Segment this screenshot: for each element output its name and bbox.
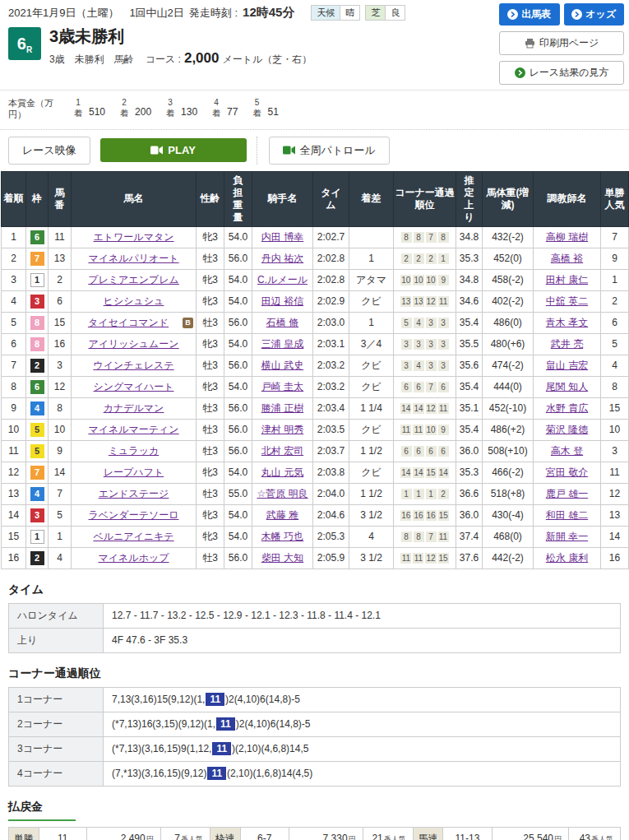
shutsuba-button[interactable]: 出馬表 xyxy=(499,3,560,26)
sex-age: 牝3 xyxy=(197,333,224,355)
body-weight: 474(-2) xyxy=(483,355,534,376)
trainer-link[interactable]: 田村 康仁 xyxy=(546,274,588,285)
result-row: 6 8 16 アイリッシュムーン 牝3 54.0 三浦 皇成 2:03.1 3／… xyxy=(2,333,629,355)
trainer-link[interactable]: 鹿戸 雄一 xyxy=(546,488,588,499)
play-button[interactable]: PLAY xyxy=(100,138,247,162)
col-header-jockey: 騎手名 xyxy=(252,171,313,226)
trainer-link[interactable]: 宮田 敬介 xyxy=(546,466,588,478)
horse-name-link[interactable]: ヒシシュシュ xyxy=(104,295,164,307)
finish-position: 1 xyxy=(2,226,26,248)
trainer-link[interactable]: 菊沢 隆徳 xyxy=(546,424,588,435)
trainer-link[interactable]: 高橋 裕 xyxy=(551,253,583,264)
trainer-link[interactable]: 畠山 吉宏 xyxy=(546,360,588,371)
jockey-link[interactable]: 内田 博幸 xyxy=(261,231,303,243)
trainer-link[interactable]: 武井 亮 xyxy=(551,338,583,350)
horse-name-link[interactable]: カナデルマン xyxy=(104,402,164,414)
trainer-link[interactable]: 松永 康利 xyxy=(546,552,588,564)
horse-number: 8 xyxy=(49,397,72,419)
finish-time: 2:02.8 xyxy=(313,269,349,290)
win-favorite-rank: 6 xyxy=(601,312,629,333)
jockey-link[interactable]: 勝浦 正樹 xyxy=(261,402,303,414)
prize-item: 1着 510 xyxy=(74,97,105,118)
jockey-link[interactable]: 丸山 元気 xyxy=(261,466,303,478)
prize-item: 4着 77 xyxy=(212,97,238,118)
trainer-link[interactable]: 水野 貴広 xyxy=(546,402,588,414)
patrol-button-label: 全周パトロール xyxy=(300,143,376,158)
trainer-link[interactable]: 中舘 英二 xyxy=(546,295,588,307)
finish-position: 14 xyxy=(2,504,26,526)
trainer-link[interactable]: 青木 孝文 xyxy=(546,317,588,328)
odds-button[interactable]: オッズ xyxy=(564,3,625,26)
horse-number: 14 xyxy=(49,462,72,483)
corner-position: 3 xyxy=(438,318,449,328)
result-guide-button[interactable]: レース結果の見方 xyxy=(499,61,624,85)
jockey-link[interactable]: 木幡 巧也 xyxy=(261,531,303,542)
prize-place: 4 xyxy=(214,97,219,108)
trainer-link[interactable]: 尾関 知人 xyxy=(546,381,588,392)
corner-position: 3 xyxy=(401,360,412,371)
horse-name-link[interactable]: マイネルパリオート xyxy=(88,253,178,264)
horse-name-link[interactable]: タイセイコマンド xyxy=(88,317,169,328)
jockey-link[interactable]: 津村 明秀 xyxy=(261,424,303,435)
horse-name-link[interactable]: アイリッシュムーン xyxy=(88,338,178,350)
frame-number-badge: 2 xyxy=(30,551,44,565)
corner2-label: 2コーナー xyxy=(9,712,104,736)
horse-name-link[interactable]: マイネルホップ xyxy=(99,552,169,564)
patrol-button[interactable]: 全周パトロール xyxy=(269,137,390,165)
body-weight: 508(+10) xyxy=(483,440,534,462)
horse-name-link[interactable]: シングマイハート xyxy=(94,381,174,392)
weight-carried: 54.0 xyxy=(224,269,252,290)
jockey-link[interactable]: 石橋 脩 xyxy=(266,317,298,328)
weight-carried: 55.0 xyxy=(224,483,252,504)
print-button[interactable]: 印刷用ページ xyxy=(499,31,624,55)
jockey-link[interactable]: 丹内 祐次 xyxy=(261,253,303,264)
horse-name-link[interactable]: プレミアエンブレム xyxy=(88,274,179,285)
finish-time: 2:03.7 xyxy=(313,440,349,462)
jockey-link[interactable]: 横山 武史 xyxy=(261,360,303,371)
jockey-link[interactable]: 戸崎 圭太 xyxy=(261,381,303,392)
corner-order: 3433 xyxy=(394,355,456,376)
prize-label: 本賞金（万円） xyxy=(8,97,59,121)
finish-time: 2:03.5 xyxy=(313,419,349,440)
finish-position: 11 xyxy=(2,440,26,462)
corner-order-text: )2(4,10)6(14,8)-5 xyxy=(236,718,311,730)
umaren-number: 11-13 xyxy=(443,827,492,840)
horse-name-link[interactable]: ベルニアイニキテ xyxy=(93,531,173,542)
finish-position: 15 xyxy=(2,526,26,547)
horse-name-link[interactable]: マイネルマーティン xyxy=(88,424,178,435)
sex-age: 牝3 xyxy=(197,290,224,312)
jockey-link[interactable]: 田辺 裕信 xyxy=(261,295,303,307)
win-favorite-rank: 13 xyxy=(601,504,629,526)
horse-name-link[interactable]: レープハフト xyxy=(104,466,164,478)
jockey-link[interactable]: 柴田 大知 xyxy=(261,552,303,564)
jockey-link[interactable]: ☆菅原 明良 xyxy=(257,488,308,499)
trainer-link[interactable]: 高柳 瑞樹 xyxy=(546,231,588,243)
horse-name-link[interactable]: エンドステージ xyxy=(99,488,169,499)
horse-name-link[interactable]: ミュラッカ xyxy=(109,445,159,457)
video-button-row: レース映像 PLAY 全周パトロール xyxy=(0,130,629,171)
jockey-link[interactable]: 北村 宏司 xyxy=(261,445,303,457)
weight-carried: 54.0 xyxy=(224,376,252,397)
col-header-finish: 着順 xyxy=(2,171,26,226)
sex-age: 牝3 xyxy=(197,269,224,290)
horse-name-link[interactable]: ラベンダーテソーロ xyxy=(89,509,179,521)
corner-order: 6676 xyxy=(394,376,456,397)
horse-name-link[interactable]: エトワールマタン xyxy=(94,231,174,243)
race-video-button[interactable]: レース映像 xyxy=(8,137,90,165)
horse-name-link[interactable]: ウインチェレステ xyxy=(93,360,173,371)
margin: 1 xyxy=(349,248,394,269)
corner-position: 14 xyxy=(400,467,411,478)
result-row: 4 3 6 ヒシシュシュ 牝3 54.0 田辺 裕信 2:02.9 クビ 131… xyxy=(2,290,629,312)
jockey-link[interactable]: C.ルメール xyxy=(257,274,308,285)
trainer-link[interactable]: 新開 幸一 xyxy=(546,531,588,542)
margin: 4 xyxy=(349,526,394,547)
trainer-link[interactable]: 高木 登 xyxy=(551,445,583,457)
jockey-link[interactable]: 武藤 雅 xyxy=(266,509,298,521)
corner-order-text: )(2,10)(4,6,8)14,5 xyxy=(232,743,308,754)
body-weight: 486(0) xyxy=(483,312,534,333)
jockey-link[interactable]: 三浦 皇成 xyxy=(261,338,303,350)
col-header-horse-name: 馬名 xyxy=(72,171,197,226)
trainer-link[interactable]: 和田 雄二 xyxy=(546,509,588,521)
frame-number-badge: 1 xyxy=(30,273,44,287)
corner3-label: 3コーナー xyxy=(9,736,104,761)
